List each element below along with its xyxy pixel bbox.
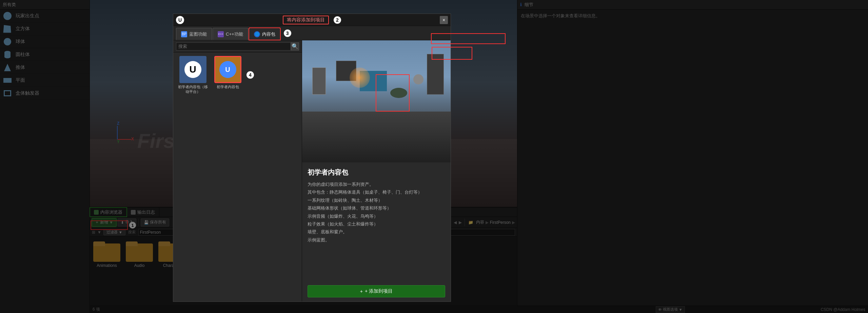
cpp-tab-icon: C++ — [218, 31, 224, 37]
plus-icon: + — [360, 289, 363, 294]
dialog-search-bar: 🔍 — [173, 40, 302, 53]
dialog-close-button[interactable]: × — [440, 16, 448, 24]
close-icon: × — [442, 17, 445, 23]
dialog-search-button[interactable]: 🔍 — [291, 42, 299, 51]
dialog-title-left: U — [176, 16, 184, 24]
scene-shelf — [312, 67, 326, 95]
search-icon: 🔍 — [292, 43, 298, 50]
content-item-starter-label: 初学者内容包 — [217, 84, 239, 89]
ue-logo: U — [176, 16, 184, 24]
dialog-search-input[interactable] — [176, 42, 291, 51]
scene-light — [350, 67, 370, 88]
content-item-starter-mobile-icon: U — [179, 56, 206, 83]
dialog-body: 🔍 U 初学者内容包（移动平台） U 初学者内容包 — [173, 40, 451, 301]
selected-item-description: 为你的虚幻项目添加一系列资产。 其中包含：静态网格体道具（如桌子、椅子、门、台灯… — [308, 180, 445, 244]
content-item-starter-icon: U — [214, 56, 241, 83]
dialog-titlebar: U 将内容添加到项目 2 × — [173, 14, 451, 26]
add-content-dialog: U 将内容添加到项目 2 × BP 蓝图功能 C++ C++功能 🌐 — [173, 14, 451, 302]
dialog-preview-image — [302, 40, 451, 162]
dialog-content-list: U 初学者内容包（移动平台） U 初学者内容包 4 — [173, 53, 302, 301]
annotation-2-num: 2 — [334, 16, 341, 24]
content-item-starter-mobile[interactable]: U 初学者内容包（移动平台） — [177, 56, 209, 94]
blueprint-tab-icon: BP — [181, 31, 187, 37]
dialog-left-panel: 🔍 U 初学者内容包（移动平台） U 初学者内容包 — [173, 40, 302, 301]
scene-floor — [302, 112, 451, 162]
content-item-starter[interactable]: U 初学者内容包 — [212, 56, 244, 94]
scene-structure — [427, 54, 444, 95]
dialog-right-panel: 初学者内容包 为你的虚幻项目添加一系列资产。 其中包含：静态网格体道具（如桌子、… — [302, 40, 451, 301]
scene-bush — [390, 88, 407, 98]
add-to-project-button[interactable]: + + 添加到项目 — [308, 285, 445, 297]
content-item-starter-mobile-label: 初学者内容包（移动平台） — [177, 84, 209, 94]
content-tab-icon: 🌐 — [254, 31, 260, 37]
tab-blueprint[interactable]: BP 蓝图功能 — [176, 28, 212, 40]
dialog-title-center: 将内容添加到项目 2 — [283, 16, 341, 24]
tab-cpp[interactable]: C++ C++功能 — [213, 28, 248, 40]
annotation-3-num: 3 — [284, 30, 291, 37]
dialog-tabs: BP 蓝图功能 C++ C++功能 🌐 内容包 3 — [173, 26, 451, 40]
add-content-title-button[interactable]: 将内容添加到项目 — [283, 16, 329, 24]
selected-item-title: 初学者内容包 — [308, 168, 445, 177]
dialog-right-info: 初学者内容包 为你的虚幻项目添加一系列资产。 其中包含：静态网格体道具（如桌子、… — [302, 162, 451, 282]
tab-content[interactable]: 🌐 内容包 — [249, 28, 280, 40]
annotation-4-num: 4 — [246, 71, 254, 79]
scene-ball1 — [413, 74, 423, 84]
